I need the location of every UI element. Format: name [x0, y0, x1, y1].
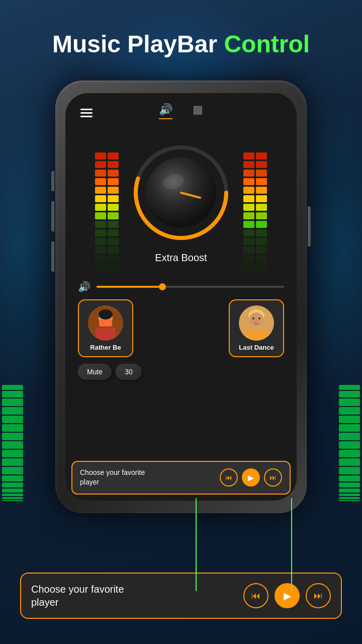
tab-volume-underline: [159, 118, 172, 119]
volume-value-button[interactable]: 30: [116, 364, 142, 380]
boost-label: Extra Boost: [155, 252, 207, 264]
song-card-last-dance[interactable]: Last Dance: [229, 299, 284, 357]
eq-left: [93, 130, 121, 271]
svg-point-18: [255, 320, 257, 322]
knob-wrapper: Extra Boost: [126, 137, 236, 264]
mute-button[interactable]: Mute: [78, 364, 112, 380]
play-button-inner[interactable]: ▶: [242, 468, 260, 487]
svg-rect-7: [96, 328, 116, 341]
play-button[interactable]: ▶: [275, 583, 300, 608]
app-header: 🔊 ▦: [65, 93, 297, 122]
volume-tab-icon: 🔊: [159, 103, 172, 116]
phone-btn-volume-down: [51, 201, 54, 231]
screen-eq-left: [0, 151, 25, 503]
song-avatar-rather-be: [88, 305, 123, 341]
volume-row: 🔊: [65, 278, 297, 295]
player-controls-inner: ⏮ ▶ ⏭: [220, 468, 282, 487]
tab-equalizer-underline: [193, 118, 203, 119]
song-name-last-dance: Last Dance: [239, 344, 274, 351]
knob-area: Extra Boost: [65, 122, 297, 278]
volume-fill: [97, 286, 162, 288]
svg-rect-19: [244, 331, 269, 341]
volume-slider[interactable]: [97, 286, 284, 288]
phone-btn-volume-up: [51, 171, 54, 191]
volume-icon: 🔊: [78, 281, 90, 293]
bottom-bar-content: Choose your favoriteplayer ⏮ ▶ ⏭: [20, 573, 342, 619]
prev-button-inner[interactable]: ⏮: [220, 468, 238, 487]
choose-player-text-outer: Choose your favoriteplayer: [31, 583, 124, 609]
next-button[interactable]: ⏭: [306, 583, 331, 608]
equalizer-tab-icon: ▦: [193, 103, 203, 116]
next-button-inner[interactable]: ⏭: [264, 468, 282, 487]
song-cards-area: Rather Be: [65, 295, 297, 361]
svg-point-10: [101, 316, 104, 319]
buttons-row: Mute 30: [65, 361, 297, 382]
screen-eq-right: [337, 151, 362, 503]
tab-volume[interactable]: 🔊: [159, 103, 172, 122]
song-name-rather-be: Rather Be: [90, 344, 121, 351]
phone-btn-power: [308, 206, 311, 247]
song-avatar-last-dance: [239, 305, 274, 341]
choose-player-text: Choose your favoriteplayer: [80, 468, 145, 488]
svg-point-8: [99, 309, 113, 319]
player-controls-outer: ⏮ ▶ ⏭: [243, 583, 331, 608]
phone-btn-silent: [51, 242, 54, 272]
phone-mockup: 🔊 ▦: [55, 80, 307, 513]
tab-container: 🔊 ▦: [159, 103, 203, 122]
svg-point-16: [252, 317, 254, 319]
song-card-rather-be[interactable]: Rather Be: [78, 299, 133, 357]
svg-point-17: [258, 317, 260, 319]
bottom-player-area: Choose your favoriteplayer ⏮ ▶ ⏭: [65, 457, 297, 501]
svg-rect-9: [99, 319, 112, 327]
svg-point-15: [249, 312, 263, 327]
page-title: Music PlayBar Control: [0, 30, 362, 58]
eq-right: [241, 130, 269, 271]
bottom-bar-outer: Choose your favoriteplayer ⏮ ▶ ⏭: [10, 573, 352, 629]
menu-button[interactable]: [80, 109, 93, 117]
volume-thumb[interactable]: [159, 283, 166, 290]
svg-point-11: [108, 316, 111, 319]
tab-equalizer[interactable]: ▦: [193, 103, 203, 122]
volume-knob[interactable]: [126, 137, 236, 248]
prev-button[interactable]: ⏮: [243, 583, 268, 608]
phone-screen: 🔊 ▦: [65, 93, 297, 501]
